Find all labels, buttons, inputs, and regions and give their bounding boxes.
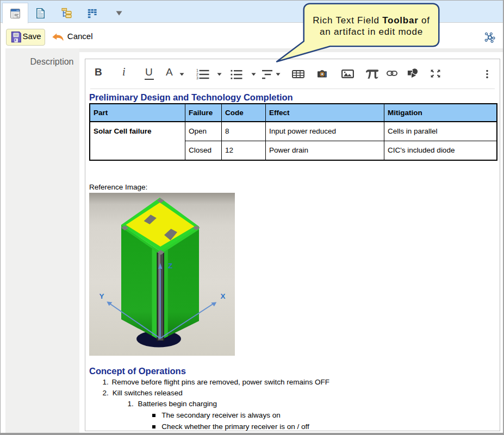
svg-text:2: 2 <box>196 72 198 76</box>
svg-text:Y: Y <box>99 292 104 300</box>
svg-text:X: X <box>221 292 226 300</box>
svg-text:3: 3 <box>196 76 198 80</box>
svg-text:Z: Z <box>168 262 172 270</box>
svg-text:1: 1 <box>196 68 198 72</box>
